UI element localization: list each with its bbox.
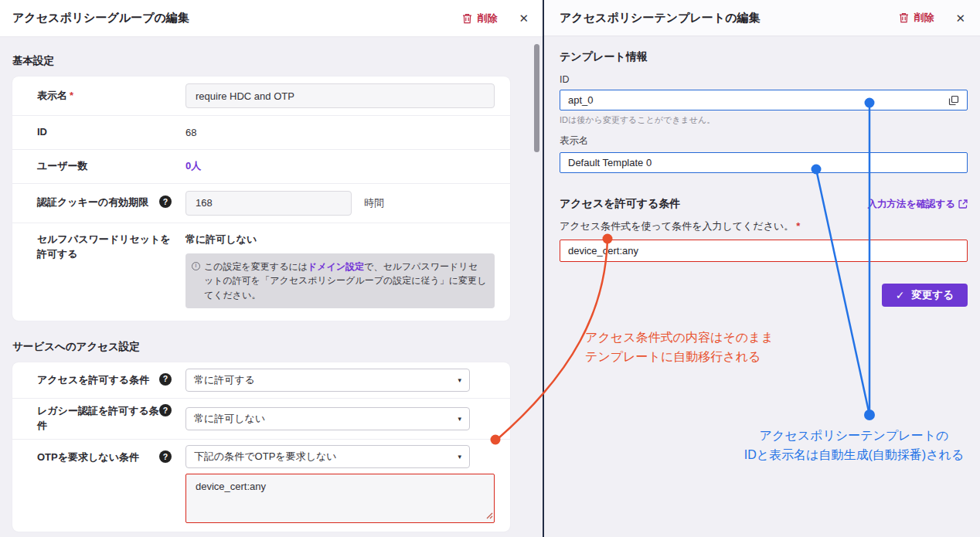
- condition-expression-input[interactable]: device_cert:any: [560, 240, 968, 262]
- access-condition-select[interactable]: 常に許可する ▾: [185, 369, 470, 392]
- otp-condition-select[interactable]: 下記の条件でOTPを要求しない ▾: [185, 445, 470, 468]
- delete-label: 削除: [914, 11, 934, 25]
- chevron-down-icon: ▾: [458, 376, 461, 384]
- check-icon: ✓: [896, 289, 905, 301]
- chevron-down-icon: ▾: [458, 453, 461, 461]
- legacy-auth-select[interactable]: 常に許可しない ▾: [185, 407, 470, 430]
- submit-button[interactable]: ✓ 変更する: [882, 284, 968, 307]
- chevron-down-icon: ▾: [458, 415, 461, 423]
- left-panel-title: アクセスポリシーグループの編集: [12, 11, 189, 25]
- delete-button[interactable]: 削除: [462, 12, 497, 25]
- delete-label: 削除: [477, 12, 497, 25]
- basic-settings-heading: 基本設定: [12, 54, 530, 68]
- left-panel-body: 基本設定 表示名* require HDC and OTP ID 68 ユーザー…: [0, 37, 543, 537]
- legacy-auth-label: レガシー認証を許可する条件 ?: [37, 404, 185, 433]
- user-count-link[interactable]: 0人: [185, 159, 201, 173]
- required-asterisk: *: [796, 220, 800, 232]
- template-name-input[interactable]: Default Template 0: [560, 152, 968, 173]
- right-panel-body: テンプレート情報 ID apt_0 IDは後から変更することができません。 表示…: [544, 36, 980, 307]
- cookie-expiry-label: 認証クッキーの有効期限 ?: [37, 195, 185, 210]
- template-name-label: 表示名: [560, 134, 968, 148]
- cookie-unit-label: 時間: [364, 196, 384, 210]
- required-asterisk: *: [70, 89, 73, 104]
- self-reset-value: 常に許可しない: [185, 233, 495, 246]
- self-reset-label: セルフパスワードリセットを許可する: [37, 233, 185, 262]
- trash-icon: [899, 12, 909, 23]
- access-policy-template-edit-panel: アクセスポリシーテンプレートの編集 削除 ✕ テンプレート情報 ID apt_0…: [544, 0, 980, 537]
- display-name-input[interactable]: require HDC and OTP: [185, 83, 495, 108]
- left-scrollbar-thumb[interactable]: [534, 44, 539, 152]
- self-reset-note: i この設定を変更するにはドメイン設定で、セルフパスワードリセットの許可を「アク…: [185, 253, 495, 309]
- trash-icon: [462, 13, 472, 24]
- template-id-label: ID: [560, 74, 968, 85]
- conditions-instruction: アクセス条件式を使って条件を入力してください。*: [560, 219, 968, 233]
- input-method-help-link[interactable]: 入力方法を確認する: [868, 198, 968, 211]
- id-value: 68: [185, 127, 196, 138]
- otp-condition-textarea[interactable]: device_cert:any: [185, 474, 495, 523]
- basic-settings-card: 表示名* require HDC and OTP ID 68 ユーザー数 0人 …: [12, 76, 510, 321]
- service-access-card: アクセスを許可する条件 ? 常に許可する ▾ レガシー認証を許可する条件 ? 常…: [12, 362, 510, 532]
- info-icon: i: [192, 262, 200, 270]
- cookie-expiry-input[interactable]: 168: [185, 191, 352, 216]
- display-name-label: 表示名*: [37, 89, 185, 104]
- help-question-icon[interactable]: ?: [159, 373, 172, 386]
- id-label: ID: [37, 125, 185, 140]
- template-info-heading: テンプレート情報: [560, 50, 968, 64]
- external-link-icon: [958, 199, 968, 209]
- help-question-icon[interactable]: ?: [159, 195, 172, 208]
- self-reset-note-text: この設定を変更するにはドメイン設定で、セルフパスワードリセットの許可を「アクセス…: [204, 260, 487, 303]
- access-policy-group-edit-panel: アクセスポリシーグループの編集 削除 ✕ 基本設定 表示名* require H…: [0, 0, 543, 537]
- access-condition-label: アクセスを許可する条件 ?: [37, 373, 185, 388]
- conditions-heading: アクセスを許可する条件: [560, 197, 680, 211]
- resize-handle[interactable]: [486, 510, 493, 522]
- help-question-icon[interactable]: ?: [159, 450, 172, 463]
- delete-button[interactable]: 削除: [899, 11, 934, 25]
- domain-settings-link[interactable]: ドメイン設定: [308, 261, 364, 272]
- otp-condition-label: OTPを要求しない条件 ?: [37, 450, 185, 465]
- right-panel-title: アクセスポリシーテンプレートの編集: [560, 11, 761, 25]
- right-panel-header: アクセスポリシーテンプレートの編集 削除 ✕: [544, 0, 980, 36]
- left-panel-header: アクセスポリシーグループの編集 削除 ✕: [0, 0, 543, 37]
- user-count-label: ユーザー数: [37, 159, 185, 174]
- service-access-heading: サービスへのアクセス設定: [12, 340, 530, 354]
- template-id-input[interactable]: apt_0: [560, 90, 968, 110]
- template-id-note: IDは後から変更することができません。: [560, 114, 968, 126]
- close-icon[interactable]: ✕: [955, 12, 965, 24]
- copy-icon[interactable]: [948, 95, 959, 106]
- close-icon[interactable]: ✕: [519, 12, 529, 24]
- help-question-icon[interactable]: ?: [159, 404, 172, 416]
